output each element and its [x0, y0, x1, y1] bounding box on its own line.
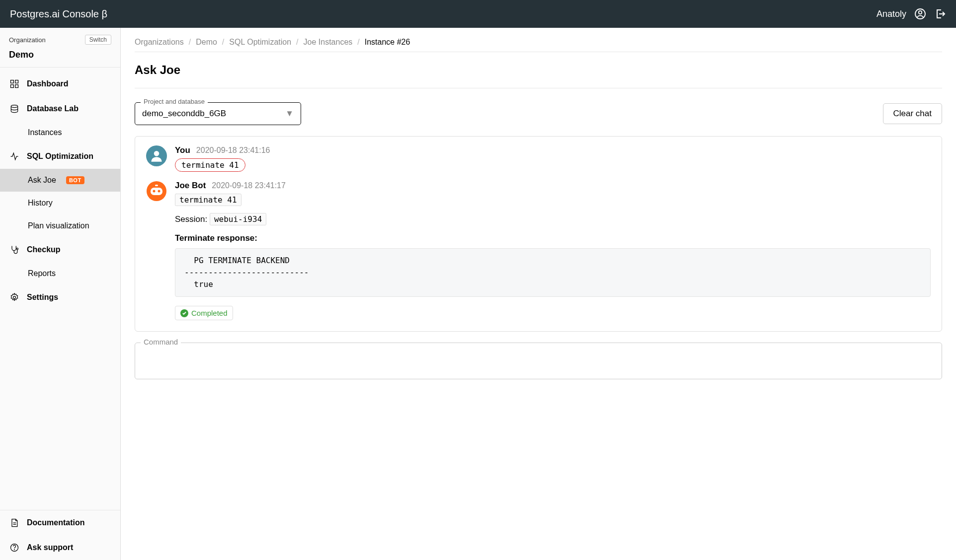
user-command-highlight: terminate 41: [175, 158, 245, 172]
org-label: Organization: [9, 36, 46, 44]
command-input-wrap: Command: [135, 343, 942, 381]
sidebar-item-database-lab[interactable]: Database Lab: [0, 96, 120, 121]
clear-chat-button[interactable]: Clear chat: [883, 103, 942, 124]
message-timestamp: 2020-09-18 23:41:16: [196, 146, 270, 155]
command-input[interactable]: [135, 343, 942, 379]
svg-rect-4: [11, 85, 14, 88]
svg-point-11: [154, 151, 159, 156]
session-id: webui-i934: [210, 213, 266, 225]
sidebar-item-history[interactable]: History: [0, 192, 120, 214]
logout-icon[interactable]: [934, 8, 946, 20]
sidebar-item-label: Checkup: [27, 245, 61, 254]
breadcrumb-separator: /: [189, 38, 191, 47]
sidebar-item-label: Documentation: [27, 518, 84, 527]
help-icon: [9, 542, 20, 553]
sidebar-item-dashboard[interactable]: Dashboard: [0, 71, 120, 96]
svg-point-7: [16, 248, 18, 250]
page-title: Ask Joe: [135, 63, 942, 77]
status-badge: Completed: [175, 306, 233, 320]
sidebar-item-label: SQL Optimization: [27, 152, 93, 161]
divider: [135, 52, 942, 52]
breadcrumb-item[interactable]: Joe Instances: [304, 38, 353, 47]
response-body: PG TERMINATE BACKEND -------------------…: [175, 248, 931, 297]
sidebar-item-reports[interactable]: Reports: [0, 262, 120, 285]
session-label: Session:: [175, 214, 207, 224]
switch-org-button[interactable]: Switch: [85, 35, 111, 45]
user-avatar-icon: [146, 145, 167, 166]
profile-icon[interactable]: [914, 8, 926, 20]
status-text: Completed: [191, 309, 228, 317]
divider: [135, 88, 942, 88]
app-header: Postgres.ai Console β Anatoly: [0, 0, 956, 28]
header-username[interactable]: Anatoly: [876, 9, 906, 19]
sidebar-item-checkup[interactable]: Checkup: [0, 237, 120, 262]
svg-point-10: [14, 550, 15, 550]
document-icon: [9, 517, 20, 528]
sidebar-item-label: Plan visualization: [28, 221, 89, 230]
sidebar-item-documentation[interactable]: Documentation: [0, 510, 120, 535]
sidebar-item-label: Reports: [28, 269, 56, 278]
org-section: Organization Switch Demo: [0, 28, 120, 68]
response-heading: Terminate response:: [175, 233, 931, 243]
echoed-command: terminate 41: [175, 194, 241, 206]
bot-avatar-icon: [146, 181, 167, 202]
check-icon: [180, 309, 188, 317]
sidebar-item-sql-optimization[interactable]: SQL Optimization: [0, 144, 120, 169]
breadcrumb: Organizations / Demo / SQL Optimization …: [135, 38, 942, 47]
dashboard-icon: [9, 78, 20, 89]
sidebar: Organization Switch Demo Dashboard Datab…: [0, 28, 121, 560]
sidebar-item-settings[interactable]: Settings: [0, 285, 120, 310]
svg-point-8: [13, 296, 16, 299]
sidebar-nav: Dashboard Database Lab Instances SQL Opt…: [0, 68, 120, 510]
svg-point-14: [153, 190, 156, 193]
command-label: Command: [141, 338, 181, 346]
svg-rect-16: [155, 185, 158, 186]
sidebar-item-label: History: [28, 199, 53, 208]
sidebar-item-label: Ask support: [27, 543, 73, 552]
sidebar-item-label: Settings: [27, 293, 58, 302]
app-title: Postgres.ai Console β: [10, 8, 107, 20]
header-right: Anatoly: [876, 8, 946, 20]
activity-icon: [9, 151, 20, 162]
sidebar-footer: Documentation Ask support: [0, 510, 120, 560]
sidebar-item-label: Ask Joe: [28, 176, 56, 185]
sidebar-item-label: Database Lab: [27, 104, 79, 113]
select-label: Project and database: [141, 98, 208, 105]
svg-point-1: [919, 11, 922, 14]
breadcrumb-item[interactable]: SQL Optimization: [229, 38, 291, 47]
project-db-select[interactable]: Project and database demo_seconddb_6GB ▼: [135, 102, 301, 125]
chat-message-user: You 2020-09-18 23:41:16 terminate 41: [146, 145, 931, 172]
svg-point-6: [11, 105, 17, 108]
chevron-down-icon: ▼: [285, 109, 294, 119]
chat-message-bot: Joe Bot 2020-09-18 23:41:17 terminate 41…: [146, 181, 931, 320]
controls-row: Project and database demo_seconddb_6GB ▼…: [135, 102, 942, 125]
breadcrumb-item[interactable]: Demo: [196, 38, 217, 47]
select-value: demo_seconddb_6GB: [142, 109, 226, 119]
breadcrumb-item[interactable]: Organizations: [135, 38, 184, 47]
stethoscope-icon: [9, 244, 20, 255]
message-author: Joe Bot: [175, 181, 206, 191]
sidebar-item-label: Instances: [28, 128, 62, 137]
main-content: Organizations / Demo / SQL Optimization …: [121, 28, 956, 560]
sidebar-item-instances[interactable]: Instances: [0, 121, 120, 144]
breadcrumb-separator: /: [222, 38, 224, 47]
sidebar-item-plan-visualization[interactable]: Plan visualization: [0, 214, 120, 237]
chat-box: You 2020-09-18 23:41:16 terminate 41 Joe…: [135, 136, 942, 332]
sidebar-item-ask-joe[interactable]: Ask Joe BOT: [0, 169, 120, 192]
breadcrumb-current: Instance #26: [365, 38, 410, 47]
session-line: Session: webui-i934: [175, 213, 931, 225]
message-author: You: [175, 145, 190, 155]
sidebar-item-label: Dashboard: [27, 79, 69, 88]
gear-icon: [9, 292, 20, 303]
breadcrumb-separator: /: [296, 38, 298, 47]
svg-rect-3: [15, 80, 18, 83]
sidebar-item-ask-support[interactable]: Ask support: [0, 535, 120, 560]
breadcrumb-separator: /: [357, 38, 359, 47]
bot-badge: BOT: [66, 176, 84, 184]
message-timestamp: 2020-09-18 23:41:17: [212, 181, 286, 190]
org-name: Demo: [9, 50, 111, 60]
svg-point-15: [158, 190, 160, 193]
svg-rect-13: [151, 188, 162, 195]
database-icon: [9, 103, 20, 114]
svg-rect-2: [11, 80, 14, 83]
